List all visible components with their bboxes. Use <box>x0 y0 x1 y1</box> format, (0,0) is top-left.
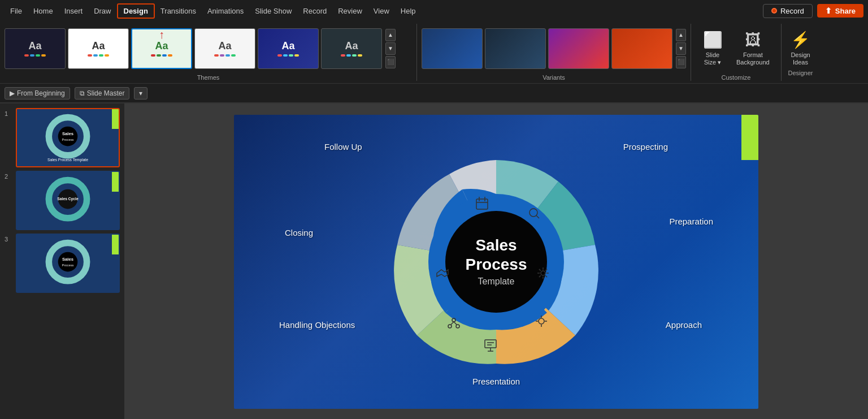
theme-3[interactable]: Aa ↑ <box>131 28 192 69</box>
record-button[interactable]: Record <box>763 4 813 18</box>
menu-design[interactable]: Design <box>117 3 155 19</box>
variant-1[interactable] <box>422 28 483 69</box>
menu-transitions[interactable]: Transitions <box>155 5 202 18</box>
theme-scroll-down[interactable]: ▼ <box>385 42 396 55</box>
menubar: File Home Insert Draw Design Transitions… <box>0 0 868 21</box>
menu-review[interactable]: Review <box>332 5 368 18</box>
variants-label: Variants <box>422 74 686 81</box>
svg-text:Sales Process Template: Sales Process Template <box>47 158 88 162</box>
design-toolbar: Aa Aa <box>0 21 868 84</box>
share-icon: ⬆ <box>825 6 832 15</box>
slide-item-2[interactable]: 2 Sales Cycle <box>5 171 120 230</box>
label-approach: Approach <box>666 320 702 330</box>
designer-section: ⚡ DesignIdeas Designer <box>782 24 819 81</box>
customize-section: ⬜ SlideSize ▾ 🖼 FormatBackground Customi… <box>691 24 782 81</box>
variant-scroll-more[interactable]: ⬛ <box>676 56 686 68</box>
from-beginning-label: From Beginning <box>17 89 65 97</box>
themes-section: Aa Aa <box>5 24 417 81</box>
slide-item-3[interactable]: 3 Sales Process <box>5 234 120 293</box>
slide-diagram-2: Sales Cycle <box>17 172 119 229</box>
slide-thumb-3[interactable]: Sales Process <box>16 234 120 293</box>
theme-6[interactable]: Aa <box>321 28 382 69</box>
menu-animations[interactable]: Animations <box>202 5 249 18</box>
svg-text:Sales: Sales <box>475 236 517 254</box>
variant-4[interactable] <box>611 28 672 69</box>
menu-record[interactable]: Record <box>297 5 332 18</box>
menu-file[interactable]: File <box>5 5 28 18</box>
slide-thumb-1[interactable]: Sales Process Sales Process Template <box>16 108 120 167</box>
customize-label: Customize <box>696 74 776 81</box>
variant-3[interactable] <box>548 28 609 69</box>
label-follow-up: Follow Up <box>324 142 362 152</box>
svg-text:Sales: Sales <box>62 257 73 262</box>
svg-text:Sales Cycle: Sales Cycle <box>57 197 79 201</box>
design-ideas-button[interactable]: ⚡ DesignIdeas <box>786 28 815 68</box>
slide-thumb-2[interactable]: Sales Cycle <box>16 171 120 230</box>
slide-size-icon: ⬜ <box>703 31 723 49</box>
theme-2[interactable]: Aa <box>68 28 129 69</box>
svg-text:Template: Template <box>478 277 515 286</box>
variant-scroll-up[interactable]: ▲ <box>676 29 686 41</box>
theme-scroll-more[interactable]: ⬛ <box>385 56 396 68</box>
slide-diagram-3: Sales Process <box>17 235 119 292</box>
menu-view[interactable]: View <box>368 5 395 18</box>
slide-number-2: 2 <box>5 173 12 180</box>
play-icon: ▶ <box>10 89 15 97</box>
more-options-button[interactable]: ▾ <box>134 87 147 100</box>
variants-section: ▲ ▼ ⬛ Variants <box>417 24 691 81</box>
variant-scroll-down[interactable]: ▼ <box>676 42 686 55</box>
theme-4[interactable]: Aa <box>194 28 255 69</box>
canvas-area: Follow Up Prospecting Preparation Approa… <box>124 103 868 419</box>
chevron-down-icon: ▾ <box>139 89 142 97</box>
menu-insert[interactable]: Insert <box>59 5 89 18</box>
theme-scroll-buttons: ▲ ▼ ⬛ <box>385 29 396 68</box>
label-closing: Closing <box>285 228 313 237</box>
slide-master-label: Slide Master <box>87 89 125 97</box>
menu-home[interactable]: Home <box>28 5 59 18</box>
sales-process-diagram: Sales Process Template <box>372 137 620 386</box>
slide-item-1[interactable]: 1 Sales Process Sales Process Template <box>5 108 120 167</box>
label-preparation: Preparation <box>669 217 713 226</box>
svg-text:Sales: Sales <box>62 131 73 136</box>
format-background-icon: 🖼 <box>745 31 761 49</box>
slide-green-accent <box>741 115 758 160</box>
share-label: Share <box>835 7 856 15</box>
main-area: 1 Sales Process Sales Process Template 2 <box>0 103 868 419</box>
svg-text:Process: Process <box>466 256 527 273</box>
menu-help[interactable]: Help <box>395 5 422 18</box>
format-background-button[interactable]: 🖼 FormatBackground <box>732 28 774 68</box>
svg-text:Process: Process <box>62 264 74 267</box>
variant-2[interactable] <box>485 28 546 69</box>
slide-size-label: SlideSize ▾ <box>704 51 721 66</box>
slide-master-button[interactable]: ⧉ Slide Master <box>75 87 130 100</box>
variant-scroll-buttons: ▲ ▼ ⬛ <box>676 29 686 68</box>
slide-size-button[interactable]: ⬜ SlideSize ▾ <box>696 28 730 68</box>
slide-diagram-1: Sales Process Sales Process Template <box>17 109 119 166</box>
share-button[interactable]: ⬆ Share <box>817 4 863 18</box>
design-ideas-icon: ⚡ <box>791 31 810 49</box>
theme-1[interactable]: Aa <box>5 28 66 69</box>
designer-label: Designer <box>788 70 813 76</box>
themes-label: Themes <box>5 74 412 81</box>
record-dot-icon <box>771 8 777 14</box>
design-ideas-label: DesignIdeas <box>791 51 810 66</box>
label-prospecting: Prospecting <box>623 142 668 152</box>
slide-number-3: 3 <box>5 236 12 243</box>
menu-draw[interactable]: Draw <box>88 5 116 18</box>
slide-canvas[interactable]: Follow Up Prospecting Preparation Approa… <box>234 115 758 409</box>
theme-scroll-up[interactable]: ▲ <box>385 29 396 41</box>
menu-slideshow[interactable]: Slide Show <box>249 5 297 18</box>
slide-panel: 1 Sales Process Sales Process Template 2 <box>0 103 124 419</box>
slide-number-1: 1 <box>5 110 12 117</box>
svg-text:Process: Process <box>62 138 74 141</box>
format-background-label: FormatBackground <box>736 51 770 66</box>
slide-master-icon: ⧉ <box>80 89 85 97</box>
label-handling-objections: Handling Objections <box>279 320 355 330</box>
toolbar2: ▶ From Beginning ⧉ Slide Master ▾ <box>0 84 868 103</box>
record-label: Record <box>780 7 804 15</box>
from-beginning-button[interactable]: ▶ From Beginning <box>5 87 70 100</box>
theme-5[interactable]: Aa <box>258 28 319 69</box>
